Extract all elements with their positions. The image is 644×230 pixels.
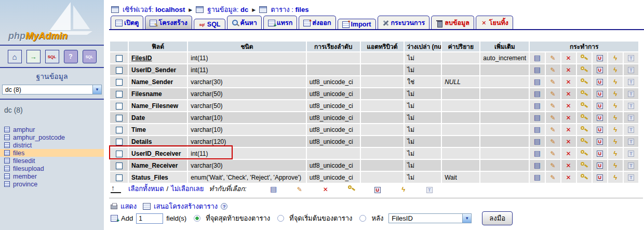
sidebar-item-amphur[interactable]: amphur <box>0 126 104 133</box>
index-action-cell[interactable]: ϟ <box>608 136 623 147</box>
drop-action-cell[interactable]: ✕ <box>561 172 576 183</box>
primary-key-icon[interactable] <box>580 89 588 97</box>
change-action-cell[interactable]: ✎ <box>546 76 560 87</box>
row-checkbox[interactable] <box>116 91 123 98</box>
unique-index-icon[interactable]: U <box>596 162 604 169</box>
change-action-cell[interactable]: ✎ <box>546 148 560 159</box>
unique-index-icon[interactable]: U <box>596 114 604 121</box>
primary-key-icon[interactable] <box>580 125 588 132</box>
primary-key-icon[interactable] <box>580 65 588 73</box>
go-button[interactable]: ลงมือ <box>482 211 513 225</box>
drop-x-icon[interactable]: ✕ <box>565 138 573 145</box>
browse-action-cell[interactable]: ▤ <box>530 124 544 135</box>
edit-pencil-icon[interactable]: ✎ <box>549 114 557 121</box>
index-icon[interactable]: ϟ <box>611 102 620 109</box>
fulltext-icon[interactable]: T <box>425 186 434 194</box>
browse-icon[interactable]: ▤ <box>533 161 541 169</box>
fulltext-icon[interactable]: T <box>627 162 635 169</box>
edit-pencil-icon[interactable]: ✎ <box>549 78 557 86</box>
row-checkbox[interactable] <box>116 79 123 86</box>
fulltext-icon[interactable]: T <box>627 138 635 145</box>
primary-key-icon[interactable] <box>580 53 588 61</box>
browse-icon[interactable]: ▤ <box>533 54 541 61</box>
sql-window-icon[interactable]: SQL <box>45 50 59 63</box>
browse-icon[interactable]: ▤ <box>533 138 541 145</box>
unique-index-icon[interactable]: U <box>373 186 382 194</box>
row-checkbox[interactable] <box>116 151 123 157</box>
row-checkbox[interactable] <box>116 67 123 74</box>
fulltext-icon[interactable]: T <box>627 114 635 121</box>
home-icon[interactable]: ⌂ <box>8 50 22 63</box>
primary-key-icon[interactable] <box>580 137 588 144</box>
index-action-cell[interactable]: ϟ <box>608 112 623 123</box>
row-checkbox[interactable] <box>116 55 123 62</box>
browse-action-cell[interactable]: ▤ <box>530 64 544 75</box>
propose-structure-link[interactable]: เสนอโครงสร้างตาราง <box>154 201 218 212</box>
sidebar-item-files[interactable]: files <box>0 149 104 157</box>
browse-action-cell[interactable]: ▤ <box>530 88 544 99</box>
index-icon[interactable]: ϟ <box>611 90 620 97</box>
index-icon[interactable]: ϟ <box>399 185 408 193</box>
unique-action-cell[interactable]: U <box>593 112 607 123</box>
unique-action-cell[interactable]: U <box>593 136 607 147</box>
print-view-link[interactable]: แสดง <box>120 201 137 212</box>
primary-action-cell[interactable] <box>577 88 592 99</box>
primary-key-icon[interactable] <box>580 113 588 120</box>
drop-x-icon[interactable]: ✕ <box>321 186 330 193</box>
sidebar-item-amphur_postcode[interactable]: amphur_postcode <box>0 133 104 141</box>
primary-action-cell[interactable] <box>577 124 592 135</box>
row-checkbox[interactable] <box>116 127 123 133</box>
drop-x-icon[interactable]: ✕ <box>565 162 573 169</box>
primary-key-icon[interactable] <box>347 184 356 192</box>
index-icon[interactable]: ϟ <box>611 66 620 73</box>
edit-pencil-icon[interactable]: ✎ <box>549 55 557 62</box>
unique-action-cell[interactable]: U <box>593 88 607 99</box>
index-action-cell[interactable]: ϟ <box>608 160 623 171</box>
fulltext-icon[interactable]: T <box>627 150 635 157</box>
browse-icon[interactable]: ▤ <box>533 114 541 121</box>
drop-x-icon[interactable]: ✕ <box>565 114 573 121</box>
fulltext-action-cell[interactable]: T <box>624 172 638 183</box>
unique-index-icon[interactable]: U <box>596 126 604 133</box>
chevron-down-icon[interactable]: ▼ <box>92 85 101 94</box>
drop-x-icon[interactable]: ✕ <box>565 174 573 181</box>
unique-action-cell[interactable]: U <box>593 76 607 87</box>
row-checkbox[interactable] <box>116 103 123 110</box>
browse-action-cell[interactable]: ▤ <box>530 136 544 147</box>
browse-action-cell[interactable]: ▤ <box>530 148 544 159</box>
table-link[interactable]: district <box>13 142 32 149</box>
drop-x-icon[interactable]: ✕ <box>565 90 573 98</box>
unique-index-icon[interactable]: U <box>596 78 604 86</box>
unique-index-icon[interactable]: U <box>596 150 604 157</box>
drop-x-icon[interactable]: ✕ <box>565 78 573 86</box>
browse-icon[interactable]: ▤ <box>270 185 278 193</box>
radio-at-end-of-table[interactable] <box>194 215 200 222</box>
table-link[interactable]: files <box>13 150 24 157</box>
drop-action-cell[interactable]: ✕ <box>561 124 576 135</box>
row-checkbox[interactable] <box>116 163 123 169</box>
browse-action-cell[interactable]: ▤ <box>530 52 544 63</box>
browse-icon[interactable]: ▤ <box>533 126 541 133</box>
index-action-cell[interactable]: ϟ <box>608 148 623 159</box>
primary-action-cell[interactable] <box>577 52 592 63</box>
edit-pencil-icon[interactable]: ✎ <box>549 162 557 169</box>
fulltext-action-cell[interactable]: T <box>624 100 638 111</box>
edit-pencil-icon[interactable]: ✎ <box>549 150 557 157</box>
unique-index-icon[interactable]: U <box>596 102 604 110</box>
browse-icon[interactable]: ▤ <box>533 90 541 97</box>
index-icon[interactable]: ϟ <box>611 150 620 157</box>
browse-icon[interactable]: ▤ <box>533 173 541 181</box>
uncheck-all-link[interactable]: ไม่เลือกเลย <box>171 183 204 194</box>
drop-x-icon[interactable]: ✕ <box>565 55 573 62</box>
check-all-link[interactable]: เลือกทั้งหมด <box>128 183 164 194</box>
browse-action-cell[interactable]: ▤ <box>530 100 544 111</box>
tab-insert[interactable]: แทรก <box>263 16 298 29</box>
change-action-cell[interactable]: ✎ <box>546 112 560 123</box>
browse-action-cell[interactable]: ▤ <box>530 76 544 87</box>
unique-index-icon[interactable]: U <box>596 66 604 74</box>
drop-action-cell[interactable]: ✕ <box>561 136 576 147</box>
tab-export[interactable]: ส่งออก <box>299 16 336 29</box>
drop-x-icon[interactable]: ✕ <box>565 150 573 157</box>
primary-action-cell[interactable] <box>577 76 592 87</box>
index-action-cell[interactable]: ϟ <box>608 76 623 87</box>
